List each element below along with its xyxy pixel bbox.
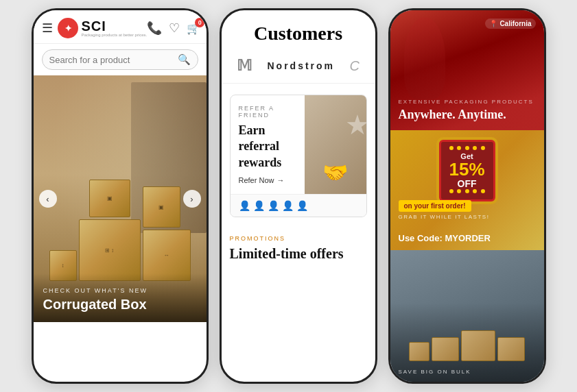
refer-heading: Earn referral rewards — [239, 123, 296, 171]
disco-lights — [449, 146, 484, 150]
light-b3 — [464, 189, 469, 193]
hero-subtitle: CHECK OUT WHAT'S NEW — [43, 287, 197, 294]
light-5 — [480, 146, 484, 150]
promo-tag: PROMOTIONS — [230, 235, 367, 242]
light-4 — [473, 146, 477, 150]
logo-text: SCI — [82, 19, 148, 33]
light-b2 — [457, 189, 461, 193]
logo: ✦ SCI Packaging products at better price… — [57, 17, 148, 39]
light-3 — [464, 146, 469, 150]
hero-nav: ‹ › — [34, 190, 207, 208]
sci-logo-icon: ✦ — [57, 17, 79, 39]
discount-pct: 15% — [449, 160, 484, 178]
hero-overlay: CHECK OUT WHAT'S NEW Corrugated Box — [34, 273, 207, 322]
person-icon-3: 👤 — [268, 200, 279, 211]
location-badge: 📍 California — [485, 19, 535, 29]
phone3-content: 📍 California EXTENSIVE PACKAGING PRODUCT… — [390, 10, 544, 382]
discount-box: Get 15% OFF — [438, 140, 495, 201]
search-icon[interactable]: 🔍 — [178, 53, 191, 66]
grab-text: GRAB IT WHILE IT LASTS! — [399, 214, 490, 220]
arrow-icon: → — [276, 176, 284, 184]
light-1 — [449, 146, 453, 150]
save-bulk-text: SAVE BIG ON BULK — [399, 369, 536, 375]
person-icon-2: 👤 — [253, 200, 265, 211]
box-main: ⊞↕ — [79, 219, 141, 281]
california-panel: 📍 California EXTENSIVE PACKAGING PRODUCT… — [390, 10, 544, 130]
refer-image: ★ 🤝 — [305, 95, 366, 194]
phone-1: ☰ ✦ SCI Packaging products at better pri… — [32, 8, 209, 384]
boxes-visual: ↕ ▣ ⊞↕ ▣ ↔ — [40, 144, 200, 281]
refer-card: REFER A FRIEND Earn referral rewards Ref… — [230, 95, 367, 217]
refer-people: 👤 👤 👤 👤 👤 — [231, 194, 366, 217]
svg-text:✦: ✦ — [64, 23, 71, 34]
cart-count: 0 — [195, 18, 204, 27]
hamburger-icon[interactable]: ☰ — [42, 21, 53, 36]
partial-logo-icon: C — [349, 58, 359, 74]
person-icon-1: 👤 — [239, 200, 250, 211]
pile-box-lg — [461, 330, 495, 361]
disco-lights-bottom — [449, 189, 484, 193]
light-b1 — [449, 189, 453, 193]
people-icons: 👤 👤 👤 👤 👤 — [239, 200, 308, 211]
off-text: OFF — [449, 178, 484, 189]
refer-link[interactable]: Refer Now → — [239, 176, 296, 184]
phone2-content: Customers 𝕄 Nordstrom C REFER A FRIEND E… — [222, 10, 375, 382]
bulk-panel: SAVE BIG ON BULK — [390, 250, 544, 382]
heart-icon[interactable]: ♡ — [169, 21, 180, 36]
hand-image: 🤝 — [305, 158, 366, 187]
customers-title: Customers — [222, 10, 375, 51]
logo-subtext: Packaging products at better prices. — [82, 33, 148, 37]
light-b4 — [473, 189, 477, 193]
discount-panel: Get 15% OFF on your first order! GRAB IT… — [390, 130, 544, 250]
refer-tag: REFER A FRIEND — [239, 105, 296, 119]
pile-box-sm — [409, 342, 429, 361]
customer-logos: 𝕄 Nordstrom C — [222, 51, 375, 84]
extensive-text: EXTENSIVE PACKAGING PRODUCTS — [399, 99, 536, 105]
panel1-title: Anywhere. Anytime. — [399, 108, 536, 122]
location-pin-icon: 📍 — [489, 20, 497, 27]
phone-icon[interactable]: 📞 — [147, 21, 162, 36]
use-code-text: Use Code: MYORDER — [399, 233, 491, 243]
person-icon-4: 👤 — [282, 200, 294, 211]
light-2 — [457, 146, 461, 150]
first-order-area: on your first order! GRAB IT WHILE IT LA… — [399, 199, 490, 220]
hero-banner: ↕ ▣ ⊞↕ ▣ ↔ CHECK OUT WHAT'S NEW — [34, 75, 207, 322]
promo-heading: Limited-time offers — [230, 246, 367, 262]
pile-box-md — [432, 337, 459, 361]
pile-box-md2 — [497, 337, 525, 361]
cart-icon[interactable]: 🛒 0 — [187, 22, 200, 35]
box-pile — [397, 330, 537, 361]
phone1-header: ☰ ✦ SCI Packaging products at better pri… — [34, 10, 207, 44]
star-icon: ★ — [345, 109, 366, 140]
search-bar[interactable]: 🔍 — [42, 49, 198, 70]
figure-silhouette — [404, 17, 445, 99]
location-text: California — [499, 20, 531, 27]
light-b5 — [480, 189, 484, 193]
phone-2: Customers 𝕄 Nordstrom C REFER A FRIEND E… — [220, 8, 377, 384]
logo-bars-icon: 𝕄 — [237, 57, 252, 75]
promotions-section: PROMOTIONS Limited-time offers — [222, 225, 375, 266]
search-input[interactable] — [49, 55, 178, 65]
phone-3: 📍 California EXTENSIVE PACKAGING PRODUCT… — [388, 8, 546, 384]
hero-title: Corrugated Box — [43, 297, 197, 313]
next-button[interactable]: › — [183, 190, 201, 208]
prev-button[interactable]: ‹ — [39, 190, 57, 208]
refer-text: REFER A FRIEND Earn referral rewards Ref… — [231, 95, 305, 194]
first-order-badge: on your first order! — [399, 200, 471, 212]
nordstrom-logo: Nordstrom — [267, 60, 335, 71]
person-icon-5: 👤 — [296, 200, 308, 211]
refer-card-top: REFER A FRIEND Earn referral rewards Ref… — [231, 95, 366, 194]
header-icons: 📞 ♡ 🛒 0 — [147, 21, 200, 36]
